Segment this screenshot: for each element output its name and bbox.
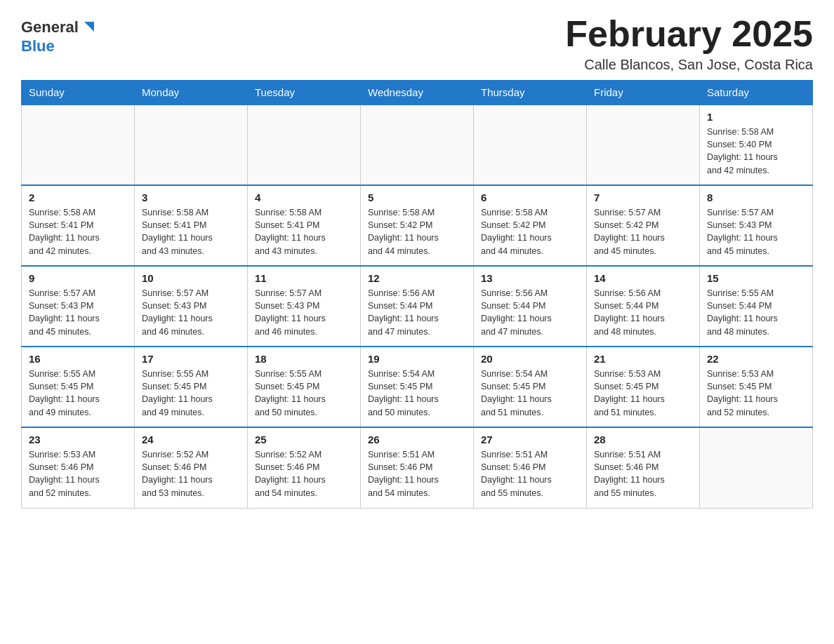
day-number: 25 [255, 434, 353, 445]
day-info: Sunrise: 5:55 AMSunset: 5:45 PMDaylight:… [29, 368, 127, 419]
calendar-cell: 19Sunrise: 5:54 AMSunset: 5:45 PMDayligh… [361, 347, 474, 427]
day-number: 2 [29, 192, 127, 203]
day-info: Sunrise: 5:53 AMSunset: 5:46 PMDaylight:… [29, 448, 127, 499]
day-number: 12 [368, 272, 466, 284]
calendar-cell: 21Sunrise: 5:53 AMSunset: 5:45 PMDayligh… [587, 347, 700, 427]
day-number: 15 [707, 272, 805, 284]
calendar-week-row: 1Sunrise: 5:58 AMSunset: 5:40 PMDaylight… [22, 105, 813, 185]
calendar-cell: 13Sunrise: 5:56 AMSunset: 5:44 PMDayligh… [474, 266, 587, 347]
day-info: Sunrise: 5:51 AMSunset: 5:46 PMDaylight:… [368, 448, 466, 499]
calendar-cell: 27Sunrise: 5:51 AMSunset: 5:46 PMDayligh… [474, 427, 587, 508]
calendar-cell: 26Sunrise: 5:51 AMSunset: 5:46 PMDayligh… [361, 427, 474, 508]
day-info: Sunrise: 5:58 AMSunset: 5:41 PMDaylight:… [142, 206, 240, 257]
day-number: 4 [255, 192, 353, 203]
day-number: 24 [142, 434, 240, 445]
day-number: 26 [368, 434, 466, 445]
day-info: Sunrise: 5:57 AMSunset: 5:43 PMDaylight:… [255, 287, 353, 338]
day-info: Sunrise: 5:58 AMSunset: 5:40 PMDaylight:… [707, 126, 805, 177]
calendar-cell: 11Sunrise: 5:57 AMSunset: 5:43 PMDayligh… [248, 266, 361, 347]
day-info: Sunrise: 5:52 AMSunset: 5:46 PMDaylight:… [142, 448, 240, 499]
month-title: February 2025 [565, 14, 813, 54]
header-sunday: Sunday [22, 81, 135, 105]
day-info: Sunrise: 5:56 AMSunset: 5:44 PMDaylight:… [368, 287, 466, 338]
day-info: Sunrise: 5:56 AMSunset: 5:44 PMDaylight:… [594, 287, 692, 338]
day-info: Sunrise: 5:52 AMSunset: 5:46 PMDaylight:… [255, 448, 353, 499]
day-info: Sunrise: 5:57 AMSunset: 5:42 PMDaylight:… [594, 206, 692, 257]
day-info: Sunrise: 5:51 AMSunset: 5:46 PMDaylight:… [594, 448, 692, 499]
day-number: 27 [481, 434, 579, 445]
calendar-cell: 17Sunrise: 5:55 AMSunset: 5:45 PMDayligh… [135, 347, 248, 427]
header-thursday: Thursday [474, 81, 587, 105]
day-info: Sunrise: 5:57 AMSunset: 5:43 PMDaylight:… [707, 206, 805, 257]
day-number: 9 [29, 272, 127, 284]
calendar-week-row: 16Sunrise: 5:55 AMSunset: 5:45 PMDayligh… [22, 347, 813, 427]
day-info: Sunrise: 5:55 AMSunset: 5:44 PMDaylight:… [707, 287, 805, 338]
calendar-cell [474, 105, 587, 185]
calendar-cell: 14Sunrise: 5:56 AMSunset: 5:44 PMDayligh… [587, 266, 700, 347]
day-info: Sunrise: 5:54 AMSunset: 5:45 PMDaylight:… [481, 368, 579, 419]
calendar-cell: 12Sunrise: 5:56 AMSunset: 5:44 PMDayligh… [361, 266, 474, 347]
calendar-cell: 4Sunrise: 5:58 AMSunset: 5:41 PMDaylight… [248, 185, 361, 266]
header-saturday: Saturday [700, 81, 813, 105]
day-info: Sunrise: 5:58 AMSunset: 5:42 PMDaylight:… [368, 206, 466, 257]
location-text: Calle Blancos, San Jose, Costa Rica [565, 57, 813, 73]
calendar-cell: 24Sunrise: 5:52 AMSunset: 5:46 PMDayligh… [135, 427, 248, 508]
weekday-header-row: Sunday Monday Tuesday Wednesday Thursday… [22, 81, 813, 105]
page-header: General Blue February 2025 Calle Blancos… [21, 14, 813, 73]
calendar-cell [248, 105, 361, 185]
day-number: 5 [368, 192, 466, 203]
calendar-cell: 25Sunrise: 5:52 AMSunset: 5:46 PMDayligh… [248, 427, 361, 508]
day-info: Sunrise: 5:53 AMSunset: 5:45 PMDaylight:… [594, 368, 692, 419]
header-wednesday: Wednesday [361, 81, 474, 105]
day-info: Sunrise: 5:53 AMSunset: 5:45 PMDaylight:… [707, 368, 805, 419]
calendar-cell: 18Sunrise: 5:55 AMSunset: 5:45 PMDayligh… [248, 347, 361, 427]
day-info: Sunrise: 5:57 AMSunset: 5:43 PMDaylight:… [142, 287, 240, 338]
day-info: Sunrise: 5:55 AMSunset: 5:45 PMDaylight:… [255, 368, 353, 419]
day-number: 28 [594, 434, 692, 445]
day-info: Sunrise: 5:56 AMSunset: 5:44 PMDaylight:… [481, 287, 579, 338]
day-info: Sunrise: 5:58 AMSunset: 5:41 PMDaylight:… [29, 206, 127, 257]
calendar-week-row: 2Sunrise: 5:58 AMSunset: 5:41 PMDaylight… [22, 185, 813, 266]
calendar-cell: 9Sunrise: 5:57 AMSunset: 5:43 PMDaylight… [22, 266, 135, 347]
day-number: 10 [142, 272, 240, 284]
calendar-cell [135, 105, 248, 185]
day-number: 19 [368, 353, 466, 365]
calendar-cell: 23Sunrise: 5:53 AMSunset: 5:46 PMDayligh… [22, 427, 135, 508]
logo: General Blue [21, 14, 97, 55]
calendar-cell [587, 105, 700, 185]
calendar-cell [361, 105, 474, 185]
title-area: February 2025 Calle Blancos, San Jose, C… [565, 14, 813, 73]
day-info: Sunrise: 5:58 AMSunset: 5:42 PMDaylight:… [481, 206, 579, 257]
day-info: Sunrise: 5:55 AMSunset: 5:45 PMDaylight:… [142, 368, 240, 419]
day-number: 16 [29, 353, 127, 365]
day-info: Sunrise: 5:54 AMSunset: 5:45 PMDaylight:… [368, 368, 466, 419]
header-tuesday: Tuesday [248, 81, 361, 105]
calendar-cell: 1Sunrise: 5:58 AMSunset: 5:40 PMDaylight… [700, 105, 813, 185]
day-number: 11 [255, 272, 353, 284]
header-monday: Monday [135, 81, 248, 105]
day-number: 3 [142, 192, 240, 203]
calendar-week-row: 9Sunrise: 5:57 AMSunset: 5:43 PMDaylight… [22, 266, 813, 347]
day-info: Sunrise: 5:58 AMSunset: 5:41 PMDaylight:… [255, 206, 353, 257]
calendar-cell: 5Sunrise: 5:58 AMSunset: 5:42 PMDaylight… [361, 185, 474, 266]
day-number: 8 [707, 192, 805, 203]
day-number: 14 [594, 272, 692, 284]
calendar-cell [700, 427, 813, 508]
day-number: 1 [707, 111, 805, 123]
day-number: 22 [707, 353, 805, 365]
calendar-cell: 6Sunrise: 5:58 AMSunset: 5:42 PMDaylight… [474, 185, 587, 266]
calendar-cell: 22Sunrise: 5:53 AMSunset: 5:45 PMDayligh… [700, 347, 813, 427]
calendar-cell: 2Sunrise: 5:58 AMSunset: 5:41 PMDaylight… [22, 185, 135, 266]
day-number: 7 [594, 192, 692, 203]
day-number: 21 [594, 353, 692, 365]
day-number: 23 [29, 434, 127, 445]
calendar-cell [22, 105, 135, 185]
calendar-cell: 7Sunrise: 5:57 AMSunset: 5:42 PMDaylight… [587, 185, 700, 266]
calendar-cell: 8Sunrise: 5:57 AMSunset: 5:43 PMDaylight… [700, 185, 813, 266]
day-number: 17 [142, 353, 240, 365]
day-number: 6 [481, 192, 579, 203]
calendar-cell: 10Sunrise: 5:57 AMSunset: 5:43 PMDayligh… [135, 266, 248, 347]
day-info: Sunrise: 5:51 AMSunset: 5:46 PMDaylight:… [481, 448, 579, 499]
calendar-cell: 28Sunrise: 5:51 AMSunset: 5:46 PMDayligh… [587, 427, 700, 508]
day-number: 13 [481, 272, 579, 284]
